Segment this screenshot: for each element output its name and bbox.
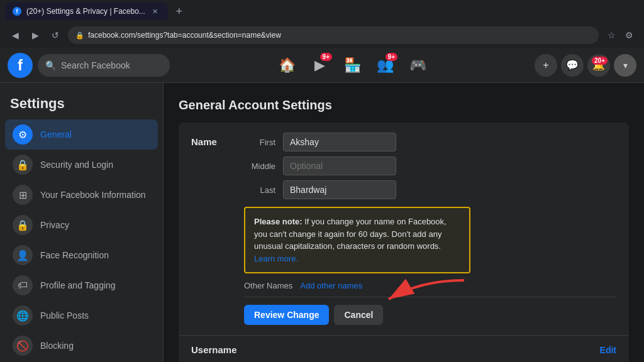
tab-bar: f (20+) Settings & Privacy | Facebo... ✕… <box>0 0 644 23</box>
sidebar-item-public-posts[interactable]: 🌐 Public Posts <box>5 300 158 331</box>
lock-icon: 🔒 <box>75 31 84 40</box>
extensions-btn[interactable]: ⚙ <box>621 28 636 43</box>
middle-name-input[interactable] <box>283 156 396 175</box>
first-name-row: First <box>244 133 558 151</box>
sidebar-label-security: Security and Login <box>40 160 113 170</box>
other-names-container: Other Names Add other names <box>244 281 616 325</box>
account-menu-btn[interactable]: ▾ <box>614 54 636 77</box>
url-text: facebook.com/settings?tab=account&sectio… <box>88 31 281 40</box>
sidebar-item-fb-info[interactable]: ⊞ Your Facebook Information <box>5 180 158 210</box>
sidebar-item-privacy[interactable]: 🔒 Privacy <box>5 210 158 240</box>
fb-app: f 🔍 Search Facebook 🏠 ▶ 9+ 🏪 👥 9+ 🎮 + 💬 <box>0 48 644 362</box>
nav-groups-btn[interactable]: 👥 9+ <box>370 50 400 80</box>
notif-btn[interactable]: 🔔 20+ <box>587 54 610 77</box>
back-btn[interactable]: ◀ <box>8 28 23 43</box>
sidebar-item-blocking[interactable]: 🚫 Blocking <box>5 331 158 361</box>
refresh-btn[interactable]: ↺ <box>48 28 63 43</box>
review-change-btn[interactable]: Review Change <box>244 305 329 325</box>
name-change-note: Please note: If you change your name on … <box>244 207 470 273</box>
first-name-input[interactable] <box>283 133 396 151</box>
nav-marketplace-btn[interactable]: 🏪 <box>337 50 367 80</box>
nav-home-btn[interactable]: 🏠 <box>272 50 302 80</box>
other-names-label: Other Names <box>244 281 292 290</box>
note-text: Please note: If you change your name on … <box>254 216 460 265</box>
sidebar-item-security[interactable]: 🔒 Security and Login <box>5 150 158 180</box>
search-placeholder: Search Facebook <box>61 60 130 70</box>
sidebar-item-general[interactable]: ⚙ General <box>5 119 158 150</box>
sidebar-item-face-recog[interactable]: 👤 Face Recognition <box>5 240 158 270</box>
fb-logo[interactable]: f <box>8 53 33 78</box>
groups-badge: 9+ <box>386 53 397 61</box>
notif-badge: 20+ <box>592 57 608 65</box>
sidebar-label-blocking: Blocking <box>40 341 74 351</box>
red-arrow <box>370 274 483 312</box>
tab-favicon: f <box>13 7 21 16</box>
forward-btn[interactable]: ▶ <box>28 28 43 43</box>
add-other-names-link[interactable]: Add other names <box>300 281 362 290</box>
privacy-icon: 🔒 <box>13 215 33 235</box>
name-section: Name First Middle <box>179 123 629 336</box>
new-tab-btn[interactable]: + <box>170 3 188 20</box>
video-badge: 9+ <box>320 53 332 61</box>
messenger-btn[interactable]: 💬 <box>561 54 584 77</box>
sidebar-label-face-recog: Face Recognition <box>40 250 109 260</box>
username-row: Username Edit <box>179 336 629 362</box>
tab-title: (20+) Settings & Privacy | Facebo... <box>26 7 145 16</box>
fb-main: Settings ⚙ General 🔒 Security and Login … <box>0 83 644 362</box>
tab-close-btn[interactable]: ✕ <box>150 6 160 16</box>
fb-nav-icons: 🏠 ▶ 9+ 🏪 👥 9+ 🎮 <box>175 50 530 80</box>
nav-video-btn[interactable]: ▶ 9+ <box>304 50 335 80</box>
middle-name-row: Middle <box>244 156 558 175</box>
address-bar-row: ◀ ▶ ↺ 🔒 facebook.com/settings?tab=accoun… <box>0 23 644 48</box>
note-prefix: Please note: <box>254 217 303 226</box>
address-bar-actions: ☆ ⚙ <box>604 28 636 43</box>
add-btn[interactable]: + <box>535 54 557 77</box>
nav-gaming-btn[interactable]: 🎮 <box>402 50 433 80</box>
security-icon: 🔒 <box>13 155 33 175</box>
sidebar-label-profile-tagging: Profile and Tagging <box>40 280 116 290</box>
name-fields: First Middle Last <box>244 133 558 199</box>
sidebar-label-fb-info: Your Facebook Information <box>40 190 146 200</box>
middle-label: Middle <box>244 162 275 171</box>
face-recog-icon: 👤 <box>13 245 33 265</box>
general-icon: ⚙ <box>13 124 33 145</box>
last-label: Last <box>244 185 275 195</box>
page-title: General Account Settings <box>179 98 629 112</box>
sidebar-label-privacy: Privacy <box>40 220 69 230</box>
plus-icon: + <box>543 60 548 71</box>
header-actions: + 💬 🔔 20+ ▾ <box>535 54 636 77</box>
settings-card: Name First Middle <box>179 123 629 362</box>
last-name-row: Last <box>244 180 558 199</box>
sidebar-title: Settings <box>0 90 163 119</box>
search-bar[interactable]: 🔍 Search Facebook <box>38 54 170 77</box>
fb-info-icon: ⊞ <box>13 185 33 205</box>
username-label: Username <box>191 344 237 355</box>
blocking-icon: 🚫 <box>13 336 33 356</box>
learn-more-link[interactable]: Learn more. <box>254 254 298 263</box>
search-icon: 🔍 <box>45 60 56 70</box>
sidebar-label-general: General <box>40 129 72 140</box>
last-name-input[interactable] <box>283 180 396 199</box>
bookmark-btn[interactable]: ☆ <box>604 28 619 43</box>
fb-header: f 🔍 Search Facebook 🏠 ▶ 9+ 🏪 👥 9+ 🎮 + 💬 <box>0 48 644 83</box>
sidebar-label-public-posts: Public Posts <box>40 310 89 321</box>
profile-tagging-icon: 🏷 <box>13 275 33 295</box>
sidebar: Settings ⚙ General 🔒 Security and Login … <box>0 83 164 362</box>
name-label: Name <box>191 136 229 147</box>
active-tab[interactable]: f (20+) Settings & Privacy | Facebo... ✕ <box>5 3 168 20</box>
address-bar[interactable]: 🔒 facebook.com/settings?tab=account&sect… <box>68 26 599 44</box>
content-area: General Account Settings Name First <box>164 83 644 362</box>
sidebar-item-profile-tagging[interactable]: 🏷 Profile and Tagging <box>5 270 158 300</box>
public-posts-icon: 🌐 <box>13 305 33 326</box>
first-label: First <box>244 138 275 147</box>
username-edit-link[interactable]: Edit <box>600 345 616 355</box>
